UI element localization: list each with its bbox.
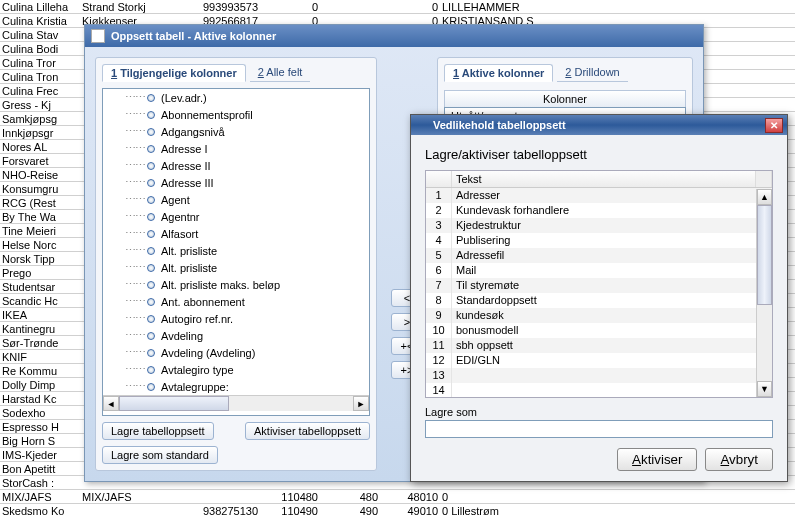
dialog2-title: Vedlikehold tabelloppsett bbox=[433, 115, 566, 135]
cancel-button[interactable]: Avbryt bbox=[705, 448, 773, 471]
layout-grid[interactable]: Tekst 1Adresser2Kundevask forhandlere3Kj… bbox=[425, 170, 773, 398]
row-number: 6 bbox=[426, 263, 452, 278]
tree-item[interactable]: ⋯⋯Ant. abonnement bbox=[103, 293, 369, 310]
tab-available-columns[interactable]: 1 Tilgjengelige kolonner bbox=[102, 64, 246, 82]
scroll-thumb[interactable] bbox=[757, 205, 772, 305]
bullet-icon bbox=[147, 145, 155, 153]
tree-item[interactable]: ⋯⋯Avdeling (Avdeling) bbox=[103, 344, 369, 361]
row-text: Adressefil bbox=[452, 248, 772, 263]
grid-row[interactable]: 11sbh oppsett bbox=[426, 338, 772, 353]
tree-item[interactable]: ⋯⋯Autogiro ref.nr. bbox=[103, 310, 369, 327]
row-number: 12 bbox=[426, 353, 452, 368]
tree-item[interactable]: ⋯⋯Alt. prisliste maks. beløp bbox=[103, 276, 369, 293]
row-text: sbh oppsett bbox=[452, 338, 772, 353]
close-icon[interactable]: ✕ bbox=[765, 118, 783, 133]
bullet-icon bbox=[147, 230, 155, 238]
tree-item[interactable]: ⋯⋯Adresse III bbox=[103, 174, 369, 191]
tree-item[interactable]: ⋯⋯Alfasort bbox=[103, 225, 369, 242]
save-as-input[interactable] bbox=[425, 420, 773, 438]
tree-item-label: Autogiro ref.nr. bbox=[161, 313, 233, 325]
tree-item[interactable]: ⋯⋯Agentnr bbox=[103, 208, 369, 225]
tab-all-fields[interactable]: 2 Alle felt bbox=[250, 64, 311, 82]
grid-row[interactable]: 4Publisering bbox=[426, 233, 772, 248]
tree-item[interactable]: ⋯⋯Avdeling bbox=[103, 327, 369, 344]
tree-item[interactable]: ⋯⋯Avtalegiro type bbox=[103, 361, 369, 378]
scroll-left-icon[interactable]: ◄ bbox=[103, 396, 119, 411]
tree-item-label: (Lev.adr.) bbox=[161, 92, 207, 104]
bullet-icon bbox=[147, 247, 155, 255]
tree-item-label: Abonnementsprofil bbox=[161, 109, 253, 121]
tree-item-label: Adresse III bbox=[161, 177, 214, 189]
bullet-icon bbox=[147, 383, 155, 391]
row-number: 8 bbox=[426, 293, 452, 308]
row-number: 9 bbox=[426, 308, 452, 323]
grid-row[interactable]: 9kundesøk bbox=[426, 308, 772, 323]
tree-item[interactable]: ⋯⋯Agent bbox=[103, 191, 369, 208]
grid-row[interactable]: 2Kundevask forhandlere bbox=[426, 203, 772, 218]
grid-row[interactable]: 3Kjedestruktur bbox=[426, 218, 772, 233]
row-text: kundesøk bbox=[452, 308, 772, 323]
available-columns-tree[interactable]: ⋯⋯(Lev.adr.)⋯⋯Abonnementsprofil⋯⋯Adgangs… bbox=[102, 88, 370, 416]
active-columns-header: Kolonner bbox=[444, 90, 686, 107]
bullet-icon bbox=[147, 213, 155, 221]
right-tabs: 1 Aktive kolonner 2 Drilldown bbox=[444, 64, 686, 82]
bullet-icon bbox=[147, 332, 155, 340]
grid-header-scroll bbox=[756, 171, 772, 187]
bullet-icon bbox=[147, 128, 155, 136]
scrollbar-horizontal[interactable]: ◄► bbox=[103, 395, 369, 411]
activate-layout-button[interactable]: Aktiviser tabelloppsett bbox=[245, 422, 370, 440]
grid-row[interactable]: 5Adressefil bbox=[426, 248, 772, 263]
bullet-icon bbox=[147, 349, 155, 357]
table-row[interactable]: MIX/JAFSMIX/JAFS110480480480100 bbox=[0, 490, 795, 504]
tree-item[interactable]: ⋯⋯(Lev.adr.) bbox=[103, 89, 369, 106]
grid-header-text[interactable]: Tekst bbox=[452, 171, 756, 187]
grid-row[interactable]: 1Adresser bbox=[426, 188, 772, 203]
save-layout-button[interactable]: Lagre tabelloppsett bbox=[102, 422, 214, 440]
tree-item[interactable]: ⋯⋯Alt. prisliste bbox=[103, 259, 369, 276]
table-row[interactable]: Culina LillehaStrand Storkj99399357300LI… bbox=[0, 0, 795, 14]
tab-drilldown[interactable]: 2 Drilldown bbox=[557, 64, 627, 82]
tree-item[interactable]: ⋯⋯Avtalegruppe: bbox=[103, 378, 369, 395]
bullet-icon bbox=[147, 94, 155, 102]
tree-item-label: Agent bbox=[161, 194, 190, 206]
grid-row[interactable]: 6Mail bbox=[426, 263, 772, 278]
scroll-down-icon[interactable]: ▼ bbox=[757, 381, 772, 397]
dialog2-heading: Lagre/aktiviser tabelloppsett bbox=[425, 147, 773, 162]
row-number: 1 bbox=[426, 188, 452, 203]
tree-item[interactable]: ⋯⋯Abonnementsprofil bbox=[103, 106, 369, 123]
dialog2-titlebar[interactable]: Vedlikehold tabelloppsett ✕ bbox=[411, 115, 787, 135]
grid-row[interactable]: 10bonusmodell bbox=[426, 323, 772, 338]
grid-row[interactable]: 12EDI/GLN bbox=[426, 353, 772, 368]
tree-item[interactable]: ⋯⋯Adresse I bbox=[103, 140, 369, 157]
tree-item-label: Adresse II bbox=[161, 160, 211, 172]
grid-row[interactable]: 13 bbox=[426, 368, 772, 383]
table-row[interactable]: Skedsmo Ko938275130110490490490100 Lille… bbox=[0, 504, 795, 515]
tree-item-label: Alfasort bbox=[161, 228, 198, 240]
tree-item[interactable]: ⋯⋯Adresse II bbox=[103, 157, 369, 174]
tab-active-columns[interactable]: 1 Aktive kolonner bbox=[444, 64, 553, 82]
row-number: 10 bbox=[426, 323, 452, 338]
tree-item-label: Adresse I bbox=[161, 143, 207, 155]
row-text: bonusmodell bbox=[452, 323, 772, 338]
dialog1-titlebar[interactable]: Oppsett tabell - Aktive kolonner bbox=[85, 25, 703, 47]
save-as-default-button[interactable]: Lagre som standard bbox=[102, 446, 218, 464]
bullet-icon bbox=[147, 264, 155, 272]
tree-item[interactable]: ⋯⋯Alt. prisliste bbox=[103, 242, 369, 259]
grid-row[interactable]: 7Til styremøte bbox=[426, 278, 772, 293]
row-text bbox=[452, 383, 772, 398]
scrollbar-vertical[interactable]: ▲ ▼ bbox=[756, 189, 772, 397]
row-text: Adresser bbox=[452, 188, 772, 203]
row-text bbox=[452, 368, 772, 383]
row-text: Kundevask forhandlere bbox=[452, 203, 772, 218]
scroll-right-icon[interactable]: ► bbox=[353, 396, 369, 411]
tree-item[interactable]: ⋯⋯Adgangsnivå bbox=[103, 123, 369, 140]
grid-row[interactable]: 8Standardoppsett bbox=[426, 293, 772, 308]
scroll-up-icon[interactable]: ▲ bbox=[757, 189, 772, 205]
tree-item-label: Avdeling (Avdeling) bbox=[161, 347, 255, 359]
scroll-thumb[interactable] bbox=[119, 396, 229, 411]
row-number: 7 bbox=[426, 278, 452, 293]
activate-button[interactable]: Aktiviser bbox=[617, 448, 697, 471]
grid-row[interactable]: 14 bbox=[426, 383, 772, 398]
tree-item-label: Adgangsnivå bbox=[161, 126, 225, 138]
dialog-maintain-layout: Vedlikehold tabelloppsett ✕ Lagre/aktivi… bbox=[410, 114, 788, 482]
